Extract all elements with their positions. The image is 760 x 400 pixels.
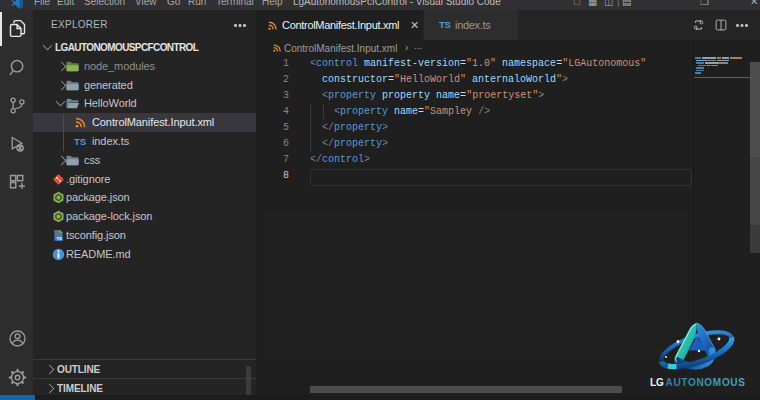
svg-text:TS: TS [57, 236, 63, 241]
svg-text:LG: LG [650, 377, 664, 388]
svg-text:AUTONOMOUS: AUTONOMOUS [666, 377, 746, 388]
